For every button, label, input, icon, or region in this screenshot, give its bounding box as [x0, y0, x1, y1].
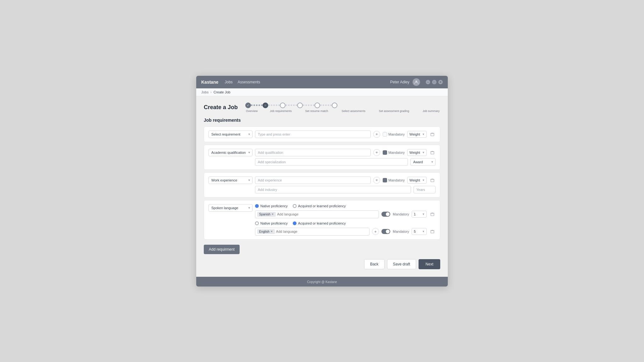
- save-draft-button[interactable]: Save draft: [387, 259, 416, 269]
- req-2-mandatory-label: Mandatory: [388, 151, 405, 154]
- step-5-circle: [314, 103, 320, 108]
- stepper: ✓: [245, 103, 440, 113]
- req-3-delete-button[interactable]: [429, 177, 436, 183]
- req-2-input[interactable]: [255, 149, 371, 156]
- req-3-weight-wrapper: Weight* 1 ▼: [407, 177, 427, 184]
- minimize-button[interactable]: –: [426, 80, 430, 84]
- req-1-row: Select requirement Academic qualificatio…: [208, 131, 436, 138]
- req-3-industry-input[interactable]: [255, 186, 411, 193]
- step-dots-5: [320, 104, 332, 106]
- lang-2-control-row: English ✕ + Mandatory: [255, 228, 436, 236]
- next-button[interactable]: Next: [419, 259, 440, 269]
- req-1-input[interactable]: [255, 131, 371, 138]
- requirement-2: Academic qualification Work experience S…: [204, 145, 440, 170]
- req-3-years-input[interactable]: [414, 186, 436, 193]
- titlebar-right: Peter Adley – □ ✕: [390, 78, 443, 86]
- lang-2-tag-remove-icon[interactable]: ✕: [270, 230, 273, 233]
- req-3-weight-select[interactable]: Weight* 1: [407, 177, 427, 184]
- req-1-add-button[interactable]: +: [373, 131, 380, 138]
- req-1-type-select[interactable]: Select requirement Academic qualificatio…: [208, 131, 253, 138]
- lang-1-acquired-radio[interactable]: [293, 204, 297, 208]
- step-5-label: Set assessment grading: [379, 109, 409, 113]
- step-3-circle: [280, 103, 286, 108]
- lang-2-mandatory-label: Mandatory: [393, 230, 409, 233]
- lang-1-native-option[interactable]: Native proficiency: [255, 204, 288, 208]
- lang-2-add-button[interactable]: +: [372, 228, 379, 235]
- nav-assessments[interactable]: Assessments: [238, 80, 260, 84]
- lang-2-toggle[interactable]: [381, 229, 390, 234]
- lang-2-toggle-thumb: [386, 230, 390, 233]
- req-3-type-wrapper: Academic qualification Work experience S…: [208, 176, 253, 184]
- requirement-3: Academic qualification Work experience S…: [204, 172, 440, 198]
- lang-1-tag-remove-icon[interactable]: ✕: [271, 213, 274, 216]
- req-2-sub-select[interactable]: Award Degree Diploma: [410, 158, 436, 166]
- svg-rect-3: [431, 179, 434, 182]
- step-dots-1: [251, 104, 263, 106]
- lang-1-native-radio[interactable]: [255, 204, 259, 208]
- req-2-add-button[interactable]: +: [373, 149, 380, 156]
- lang-type-wrapper: Spoken language Academic qualification W…: [208, 204, 253, 212]
- req-3-mandatory-label: Mandatory: [388, 178, 405, 182]
- breadcrumb-jobs[interactable]: Jobs: [201, 90, 208, 94]
- svg-rect-5: [431, 231, 434, 233]
- app-window: Kastane Jobs Assessments Peter Adley – □…: [196, 76, 448, 287]
- lang-2-native-option[interactable]: Native proficiency: [255, 221, 288, 225]
- req-2-weight-select[interactable]: Weight* 1: [407, 149, 427, 156]
- req-1-weight-select[interactable]: Weight* 1 2 3: [407, 131, 427, 138]
- req-1-type-wrapper: Select requirement Academic qualificatio…: [208, 131, 253, 138]
- lang-2-native-radio[interactable]: [255, 221, 259, 225]
- step-dots-3: [286, 104, 297, 106]
- req-3-input[interactable]: [255, 176, 371, 184]
- lang-1-tag-input[interactable]: [277, 212, 377, 216]
- section-title: Job requirements: [204, 118, 440, 123]
- step-6-circle: [332, 103, 337, 108]
- lang-entry-1: Native proficiency Acquired or learned p…: [255, 204, 436, 218]
- req-1-weight-wrapper: Weight* 1 2 3 ▼: [407, 131, 427, 138]
- req-2-type-select[interactable]: Academic qualification Work experience S…: [208, 149, 253, 156]
- req-1-checkbox[interactable]: [383, 132, 387, 136]
- lang-1-proficiency-row: Native proficiency Acquired or learned p…: [255, 204, 436, 208]
- lang-2-acquired-option[interactable]: Acquired or learned proficiency: [293, 221, 346, 225]
- req-2-delete-button[interactable]: [429, 149, 436, 156]
- step-6-label: Job summary: [423, 109, 440, 113]
- lang-1-weight-select[interactable]: 1 2 3 5: [412, 211, 427, 218]
- close-button[interactable]: ✕: [438, 80, 443, 84]
- maximize-button[interactable]: □: [432, 80, 436, 84]
- requirement-4: Spoken language Academic qualification W…: [204, 200, 440, 240]
- lang-type-select[interactable]: Spoken language Academic qualification W…: [208, 204, 253, 212]
- lang-1-delete-button[interactable]: [429, 211, 436, 217]
- lang-2-weight-wrapper: 1 2 3 5 ▼: [412, 228, 427, 235]
- lang-2-proficiency-row: Native proficiency Acquired or learned p…: [255, 221, 436, 225]
- req-1-delete-button[interactable]: [429, 131, 436, 137]
- lang-1-toggle[interactable]: [381, 212, 390, 217]
- req-3-type-select[interactable]: Academic qualification Work experience S…: [208, 176, 253, 184]
- req-2-checkbox[interactable]: [383, 150, 387, 155]
- avatar: [413, 78, 420, 86]
- step-2-label: Job requirements: [270, 109, 292, 113]
- breadcrumb-bar: Jobs › Create Job: [196, 88, 448, 96]
- titlebar-left: Kastane Jobs Assessments: [201, 80, 260, 85]
- req-2-type-wrapper: Academic qualification Work experience S…: [208, 149, 253, 156]
- lang-1-tags-row: Spanish ✕: [255, 210, 379, 218]
- step-4-label: Select assesments: [341, 109, 365, 113]
- lang-2-tag-english: English ✕: [257, 229, 275, 234]
- step-dots-4: [303, 104, 314, 106]
- req-3-add-button[interactable]: +: [373, 177, 380, 184]
- add-requirement-button[interactable]: Add requirment: [204, 245, 240, 254]
- lang-2-weight-select[interactable]: 1 2 3 5: [412, 228, 427, 235]
- lang-1-tag-spanish: Spanish ✕: [257, 212, 276, 217]
- lang-1-tag-label: Spanish: [259, 213, 270, 216]
- lang-2-acquired-radio[interactable]: [293, 221, 297, 225]
- back-button[interactable]: Back: [364, 259, 385, 269]
- stepper-label-row: Overview Job requirements Set resume mat…: [245, 109, 440, 113]
- nav-jobs[interactable]: Jobs: [225, 80, 232, 84]
- lang-2-tag-input[interactable]: [276, 230, 367, 233]
- lang-entry-2: Native proficiency Acquired or learned p…: [255, 221, 436, 236]
- req-2-sub-input[interactable]: [255, 158, 408, 166]
- req-3-checkbox[interactable]: [383, 178, 387, 182]
- lang-1-acquired-option[interactable]: Acquired or learned proficiency: [293, 204, 346, 208]
- footer-actions: Back Save draft Next: [204, 254, 440, 272]
- lang-2-tags-row: English ✕: [255, 228, 369, 236]
- lang-2-delete-button[interactable]: [429, 228, 436, 235]
- lang-2-native-label: Native proficiency: [260, 221, 288, 225]
